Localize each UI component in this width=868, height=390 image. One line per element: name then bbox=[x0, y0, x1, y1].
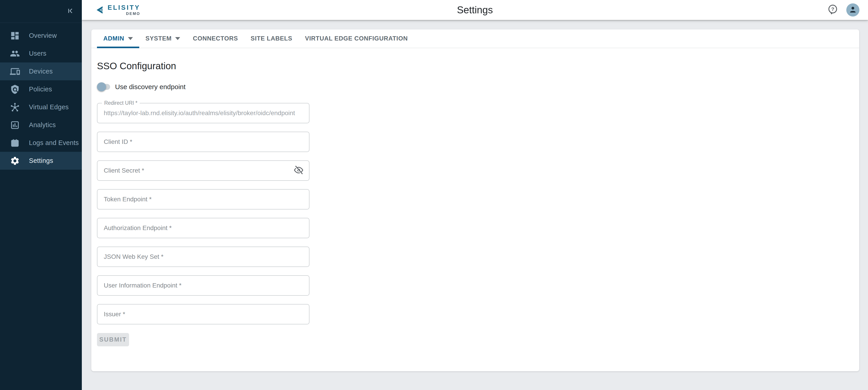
sidebar-item-virtual-edges[interactable]: Virtual Edges bbox=[0, 98, 82, 116]
chevron-down-icon bbox=[128, 37, 133, 40]
devices-icon bbox=[10, 66, 20, 77]
dashboard-icon bbox=[10, 31, 20, 41]
elisity-logo-glyph-icon bbox=[95, 5, 105, 15]
people-icon bbox=[10, 49, 20, 59]
tab-system[interactable]: SYSTEM bbox=[139, 29, 187, 48]
visibility-off-icon bbox=[293, 165, 304, 176]
app-header: ELISITY DEMO Settings ? bbox=[82, 0, 868, 20]
settings-tab-bar: ADMIN SYSTEM CONNECTORS SITE LABELS VIRT… bbox=[91, 29, 859, 48]
client-secret-field bbox=[97, 160, 309, 181]
sidebar-item-label: Analytics bbox=[29, 121, 56, 129]
tab-connectors[interactable]: CONNECTORS bbox=[186, 29, 244, 48]
analytics-icon bbox=[10, 120, 20, 130]
tab-virtual-edge-configuration[interactable]: VIRTUAL EDGE CONFIGURATION bbox=[299, 29, 414, 48]
sidebar-item-label: Logs and Events bbox=[29, 139, 79, 147]
issuer-field bbox=[97, 304, 309, 324]
first-page-icon bbox=[66, 6, 75, 17]
logo-variant-text: DEMO bbox=[126, 12, 141, 16]
sidebar-item-policies[interactable]: Policies bbox=[0, 80, 82, 98]
user-information-endpoint-field bbox=[97, 275, 309, 296]
toggle-thumb bbox=[97, 82, 106, 91]
tab-admin[interactable]: ADMIN bbox=[97, 29, 139, 48]
submit-button[interactable]: SUBMIT bbox=[97, 333, 129, 346]
sidebar-item-settings[interactable]: Settings bbox=[0, 152, 82, 170]
toggle-secret-visibility-button[interactable] bbox=[293, 165, 304, 176]
sidebar-nav: Overview Users Devices Policies bbox=[0, 23, 82, 170]
sidebar-item-analytics[interactable]: Analytics bbox=[0, 116, 82, 134]
sidebar: Overview Users Devices Policies bbox=[0, 0, 82, 390]
elisity-logo: ELISITY DEMO bbox=[95, 4, 141, 16]
calendar-icon bbox=[10, 138, 20, 148]
sso-configuration-section: SSO Configuration Use discovery endpoint… bbox=[91, 61, 859, 346]
person-icon bbox=[849, 5, 857, 14]
redirect-uri-field: Redirect URI * bbox=[97, 103, 309, 123]
chevron-down-icon bbox=[175, 37, 180, 40]
svg-text:?: ? bbox=[831, 6, 834, 12]
client-id-field bbox=[97, 132, 309, 152]
authorization-endpoint-field bbox=[97, 218, 309, 238]
sidebar-item-logs-and-events[interactable]: Logs and Events bbox=[0, 134, 82, 152]
sidebar-item-devices[interactable]: Devices bbox=[0, 62, 82, 80]
help-button[interactable]: ? bbox=[827, 4, 839, 16]
settings-card: ADMIN SYSTEM CONNECTORS SITE LABELS VIRT… bbox=[91, 29, 859, 371]
sidebar-item-label: Settings bbox=[29, 157, 53, 164]
sidebar-item-overview[interactable]: Overview bbox=[0, 27, 82, 44]
sidebar-item-users[interactable]: Users bbox=[0, 44, 82, 62]
sidebar-header bbox=[0, 0, 82, 23]
json-web-key-set-input[interactable] bbox=[97, 247, 309, 267]
hub-icon bbox=[10, 102, 20, 112]
authorization-endpoint-input[interactable] bbox=[97, 218, 309, 238]
tab-site-labels[interactable]: SITE LABELS bbox=[244, 29, 299, 48]
discovery-endpoint-row: Use discovery endpoint bbox=[97, 82, 859, 92]
client-secret-input[interactable] bbox=[97, 161, 309, 180]
sidebar-item-label: Devices bbox=[29, 68, 53, 75]
sidebar-item-label: Policies bbox=[29, 86, 52, 93]
toggle-label: Use discovery endpoint bbox=[115, 83, 186, 91]
help-question-icon: ? bbox=[827, 4, 838, 16]
gear-icon bbox=[10, 156, 20, 166]
user-avatar-button[interactable] bbox=[846, 3, 860, 17]
logo-brand-text: ELISITY bbox=[107, 4, 141, 11]
client-id-input[interactable] bbox=[97, 132, 309, 152]
sidebar-collapse-button[interactable] bbox=[65, 6, 76, 17]
field-label: Redirect URI * bbox=[102, 100, 140, 106]
sidebar-item-label: Users bbox=[29, 50, 46, 57]
sidebar-item-label: Virtual Edges bbox=[29, 103, 69, 111]
user-information-endpoint-input[interactable] bbox=[97, 276, 309, 295]
use-discovery-endpoint-toggle[interactable] bbox=[97, 82, 110, 92]
page-title: Settings bbox=[457, 4, 493, 16]
token-endpoint-field bbox=[97, 189, 309, 209]
policy-shield-icon bbox=[10, 84, 20, 94]
section-heading: SSO Configuration bbox=[97, 61, 859, 71]
issuer-input[interactable] bbox=[97, 304, 309, 324]
main-area: ADMIN SYSTEM CONNECTORS SITE LABELS VIRT… bbox=[82, 20, 868, 390]
json-web-key-set-field bbox=[97, 247, 309, 267]
token-endpoint-input[interactable] bbox=[97, 189, 309, 209]
redirect-uri-input[interactable] bbox=[97, 103, 309, 123]
sidebar-item-label: Overview bbox=[29, 32, 57, 39]
